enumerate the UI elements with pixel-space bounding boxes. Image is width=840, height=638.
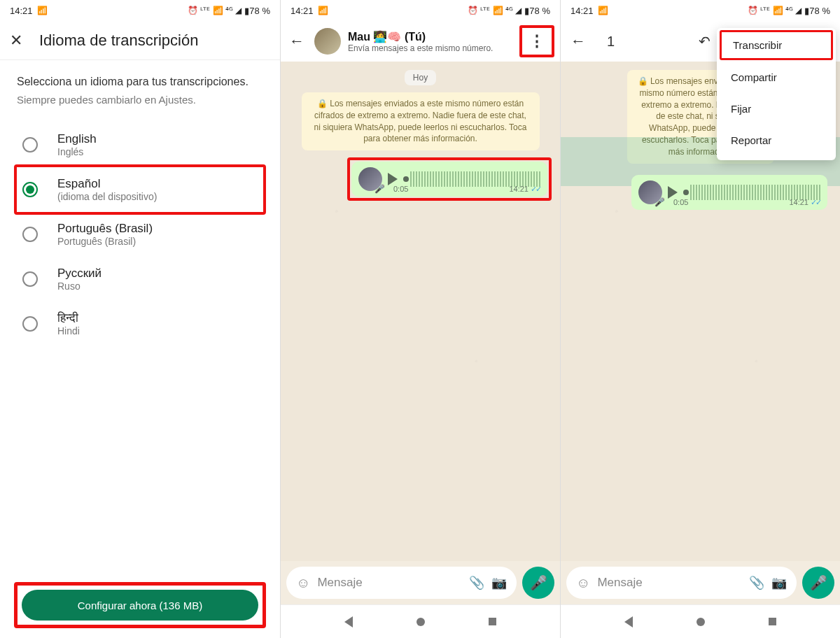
status-right: ⏰ ᴸᵀᴱ 📶 ⁴ᴳ ◢ ▮78 % [468,6,550,16]
nav-back-icon[interactable] [344,616,353,628]
status-battery: ▮78 % [524,6,550,16]
menu-item-reportar[interactable]: Reportar [717,125,836,156]
configure-now-button[interactable]: Configurar ahora (136 MB) [22,590,258,621]
instruction-primary: Selecciona un idioma para tus transcripc… [17,76,263,88]
lang-name: Русский [57,267,102,281]
date-pill: Hoy [405,70,436,85]
status-sim-icon: 📶 [598,6,608,15]
lang-sub: Ruso [57,281,102,292]
android-nav-bar [281,604,560,638]
highlight-box-configure: Configurar ahora (136 MB) [14,582,266,628]
progress-dot-icon [683,190,689,195]
voice-avatar [358,167,382,191]
page-title: Idioma de transcripción [39,31,198,50]
back-arrow-icon[interactable]: ← [286,29,307,53]
status-bar: 14:21 📶 ⏰ ᴸᵀᴱ 📶 ⁴ᴳ ◢ ▮78 % [561,0,840,21]
voice-meta: 0:05 14:21 ✓✓ [393,185,540,194]
status-time: 14:21 [570,6,594,16]
back-arrow-icon[interactable]: ← [568,29,589,53]
reply-icon[interactable]: ↶ [699,33,710,50]
chat-toolbar: ← Mau 👩‍💻🧠 (Tú) Envía mensajes a este mi… [281,21,560,62]
attach-icon[interactable]: 📎 [749,575,764,590]
lang-sub: Hindi [57,325,80,336]
chat-subtitle: Envía mensajes a este mismo número. [348,43,512,53]
lang-sub: Português (Brasil) [57,236,153,247]
radio-icon [22,316,38,332]
voice-avatar [638,180,662,204]
lang-option-hindi[interactable]: हिन्दी Hindi [17,302,263,346]
status-icons: ⏰ ᴸᵀᴱ 📶 ⁴ᴳ ◢ [188,6,241,15]
radio-icon-selected [22,182,38,197]
context-menu: Transcribir Compartir Fijar Reportar [717,28,836,160]
nav-home-icon[interactable] [696,618,705,626]
highlight-box-voice: 0:05 14:21 ✓✓ [347,157,552,201]
message-input[interactable]: ☺ Mensaje 📎 📷 [286,567,517,599]
radio-icon [22,137,38,153]
menu-item-compartir[interactable]: Compartir [717,62,836,93]
input-row: ☺ Mensaje 📎 📷 🎤 [281,561,560,604]
instruction-secondary: Siempre puedes cambiarlo en Ajustes. [17,94,263,106]
android-nav-bar [561,604,840,638]
voice-meta: 0:05 14:21 ✓✓ [673,198,820,207]
selected-count: 1 [607,34,615,50]
play-icon[interactable] [668,186,678,199]
lang-name: Español [57,177,157,191]
message-placeholder: Mensaje [317,576,462,590]
voice-message-bubble[interactable]: 0:05 14:21 ✓✓ [351,162,547,197]
input-row: ☺ Mensaje 📎 📷 🎤 [561,561,840,604]
status-time: 14:21 [10,6,33,16]
menu-item-transcribir[interactable]: Transcribir [720,30,833,60]
status-bar: 14:21 📶 ⏰ ᴸᵀᴱ 📶 ⁴ᴳ ◢ ▮78 % [0,0,280,21]
status-right: ⏰ ᴸᵀᴱ 📶 ⁴ᴳ ◢ ▮78 % [188,6,270,16]
phone-1-language-selection: 14:21 📶 ⏰ ᴸᵀᴱ 📶 ⁴ᴳ ◢ ▮78 % ✕ Idioma de t… [0,0,280,638]
attach-icon[interactable]: 📎 [469,575,484,590]
content: Selecciona un idioma para tus transcripc… [0,60,280,582]
status-right: ⏰ ᴸᵀᴱ 📶 ⁴ᴳ ◢ ▮78 % [748,6,830,16]
chat-title-block[interactable]: Mau 👩‍💻🧠 (Tú) Envía mensajes a este mism… [348,30,512,53]
more-options-icon[interactable]: ⋮ [519,25,554,57]
toolbar: ✕ Idioma de transcripción [0,21,280,60]
menu-item-fijar[interactable]: Fijar [717,93,836,125]
lang-option-portugues[interactable]: Português (Brasil) Português (Brasil) [17,212,263,257]
lang-option-espanol[interactable]: Español (idioma del dispositivo) [17,167,263,212]
radio-icon [22,227,38,242]
camera-icon[interactable]: 📷 [491,575,507,590]
nav-recent-icon[interactable] [489,618,496,625]
status-icons: ⏰ ᴸᵀᴱ 📶 ⁴ᴳ ◢ [748,6,802,15]
lang-name: Português (Brasil) [57,222,153,236]
play-icon[interactable] [388,173,398,185]
status-sim-icon: 📶 [37,6,48,15]
close-icon[interactable]: ✕ [10,31,22,50]
emoji-icon[interactable]: ☺ [296,575,310,591]
mic-button[interactable]: 🎤 [802,567,834,599]
read-ticks-icon: ✓✓ [531,185,540,193]
message-placeholder: Mensaje [597,576,742,590]
lang-option-english[interactable]: English Inglés [17,122,263,167]
nav-recent-icon[interactable] [769,618,776,625]
message-input[interactable]: ☺ Mensaje 📎 📷 [566,567,797,599]
encryption-notice[interactable]: 🔒 Los mensajes enviados a este mismo núm… [302,92,540,150]
avatar[interactable] [314,28,341,55]
nav-back-icon[interactable] [624,616,633,628]
emoji-icon[interactable]: ☺ [576,575,590,591]
lang-name: हिन्दी [57,311,80,325]
status-sim-icon: 📶 [318,6,328,15]
voice-duration: 0:05 [673,198,688,207]
nav-home-icon[interactable] [416,618,425,626]
read-ticks-icon: ✓✓ [811,198,820,206]
camera-icon[interactable]: 📷 [771,575,787,590]
voice-wrapper: 0:05 14:21 ✓✓ [627,171,832,214]
mic-button[interactable]: 🎤 [522,567,554,599]
status-icons: ⏰ ᴸᵀᴱ 📶 ⁴ᴳ ◢ [468,6,522,15]
lang-sub: (idioma del dispositivo) [57,191,157,202]
progress-dot-icon [403,176,409,182]
chat-name: Mau 👩‍💻🧠 (Tú) [348,30,512,43]
lang-option-russian[interactable]: Русский Ruso [17,257,263,302]
voice-message-bubble[interactable]: 0:05 14:21 ✓✓ [631,175,827,210]
phone-2-chat: 14:21 📶 ⏰ ᴸᵀᴱ 📶 ⁴ᴳ ◢ ▮78 % ← Mau 👩‍💻🧠 (T… [280,0,560,638]
lang-name: English [57,132,97,146]
lang-sub: Inglés [57,146,97,157]
status-time: 14:21 [290,6,314,16]
radio-icon [22,271,38,287]
status-battery: ▮78 % [244,6,270,16]
